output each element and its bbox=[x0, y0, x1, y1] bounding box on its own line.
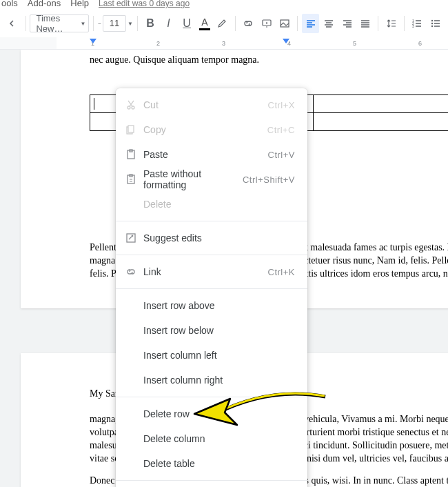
svg-point-8 bbox=[128, 106, 130, 109]
chevron-down-icon: ▼ bbox=[80, 21, 85, 27]
ctx-cut: Cut Ctrl+X bbox=[116, 92, 307, 117]
image-button[interactable] bbox=[276, 14, 294, 33]
paste-plain-icon bbox=[125, 174, 143, 185]
divider bbox=[116, 480, 307, 481]
body-text[interactable]: nec augue. Quisque aliquam tempor magna. bbox=[90, 54, 448, 67]
link-icon bbox=[125, 266, 143, 277]
ctx-suggest-edits[interactable]: Suggest edits bbox=[116, 226, 307, 250]
divider bbox=[116, 255, 307, 255]
ctx-delete: Delete bbox=[116, 192, 307, 217]
svg-point-9 bbox=[132, 106, 134, 109]
ctx-label: Insert column left bbox=[143, 350, 295, 361]
svg-text:3: 3 bbox=[412, 24, 414, 28]
font-select[interactable]: Times New… ▼ bbox=[30, 14, 89, 32]
cut-icon bbox=[125, 99, 143, 110]
align-right-button[interactable] bbox=[338, 14, 356, 33]
underline-button[interactable]: U bbox=[179, 14, 196, 33]
highlight-button[interactable] bbox=[214, 14, 231, 33]
comment-button[interactable] bbox=[258, 14, 275, 33]
ctx-label: Delete column bbox=[143, 433, 295, 444]
bold-button[interactable]: B bbox=[142, 14, 159, 33]
link-button[interactable] bbox=[240, 14, 257, 33]
ctx-label: Suggest edits bbox=[143, 232, 295, 244]
context-menu: Cut Ctrl+X Copy Ctrl+C Paste Ctrl+V Past… bbox=[116, 88, 307, 487]
ctx-label: Delete row bbox=[143, 408, 295, 419]
align-left-button[interactable] bbox=[302, 14, 319, 33]
ctx-label: Insert row below bbox=[143, 325, 295, 336]
line-spacing-button[interactable] bbox=[383, 14, 400, 33]
ctx-insert-col-right[interactable]: Insert column right bbox=[116, 368, 307, 392]
toolbar: Times New… ▼ − 11 ▼ B I U A 123 1 bbox=[0, 11, 448, 50]
ctx-shortcut: Ctrl+C bbox=[267, 125, 295, 135]
ctx-label: Insert row above bbox=[143, 300, 295, 311]
divider bbox=[116, 221, 307, 221]
ctx-shortcut: Ctrl+V bbox=[268, 150, 295, 160]
ctx-shortcut: Ctrl+K bbox=[268, 267, 295, 277]
ruler: 1 2 3 4 5 6 bbox=[0, 37, 448, 50]
ctx-link[interactable]: Link Ctrl+K bbox=[116, 259, 307, 284]
align-center-button[interactable] bbox=[320, 14, 338, 33]
divider bbox=[116, 397, 307, 397]
ctx-label: Insert column right bbox=[143, 375, 295, 386]
svg-point-7 bbox=[431, 26, 432, 27]
ctx-label: Link bbox=[143, 266, 268, 277]
svg-rect-1 bbox=[281, 20, 289, 27]
chevron-left-icon[interactable] bbox=[4, 14, 21, 33]
font-size-value[interactable]: 11 bbox=[103, 15, 126, 32]
suggest-icon bbox=[125, 232, 143, 244]
svg-point-6 bbox=[431, 23, 432, 24]
indent-marker-r[interactable] bbox=[283, 39, 289, 43]
ctx-delete-row[interactable]: Delete row bbox=[116, 401, 307, 426]
chevron-down-icon: ▼ bbox=[128, 21, 133, 27]
ctx-label: Delete table bbox=[143, 458, 295, 469]
numbered-list-button[interactable]: 123 bbox=[409, 14, 426, 33]
menu-tools[interactable]: ools bbox=[1, 0, 18, 7]
indent-marker[interactable] bbox=[90, 39, 96, 43]
ctx-label: Delete bbox=[143, 199, 295, 210]
minus-icon[interactable]: − bbox=[98, 21, 101, 27]
divider bbox=[116, 288, 307, 289]
ctx-delete-column[interactable]: Delete column bbox=[116, 426, 307, 451]
font-name: Times New… bbox=[36, 13, 76, 34]
menu-addons[interactable]: Add-ons bbox=[28, 0, 61, 7]
bullet-list-button[interactable] bbox=[427, 14, 444, 33]
ctx-shortcut: Ctrl+Shift+V bbox=[243, 175, 295, 185]
last-edit-link[interactable]: Last edit was 0 days ago bbox=[99, 0, 190, 7]
svg-rect-15 bbox=[127, 234, 135, 242]
svg-rect-10 bbox=[128, 126, 134, 132]
font-size[interactable]: − 11 ▼ bbox=[98, 14, 133, 32]
ctx-label: Cut bbox=[143, 99, 268, 110]
ctx-label: Paste bbox=[143, 149, 268, 160]
menubar: ools Add-ons Help Last edit was 0 days a… bbox=[0, 0, 448, 11]
ctx-label: Paste without formatting bbox=[143, 168, 243, 190]
paste-icon bbox=[125, 149, 143, 160]
copy-icon bbox=[125, 124, 143, 135]
ctx-insert-col-left[interactable]: Insert column left bbox=[116, 343, 307, 368]
align-justify-button[interactable] bbox=[357, 14, 374, 33]
italic-button[interactable]: I bbox=[160, 14, 177, 33]
table-cell[interactable] bbox=[313, 95, 448, 112]
ctx-paste-plain[interactable]: Paste without formatting Ctrl+Shift+V bbox=[116, 167, 307, 192]
ctx-copy: Copy Ctrl+C bbox=[116, 117, 307, 142]
text-color-button[interactable]: A bbox=[196, 14, 212, 32]
ctx-delete-table[interactable]: Delete table bbox=[116, 451, 307, 476]
ctx-insert-row-below[interactable]: Insert row below bbox=[116, 318, 307, 343]
svg-point-5 bbox=[431, 20, 432, 21]
ctx-paste[interactable]: Paste Ctrl+V bbox=[116, 142, 307, 167]
menu-help[interactable]: Help bbox=[70, 0, 89, 7]
ctx-insert-row-above[interactable]: Insert row above bbox=[116, 293, 307, 318]
table-cell[interactable] bbox=[313, 112, 448, 130]
ctx-label: Copy bbox=[143, 124, 267, 135]
ctx-shortcut: Ctrl+X bbox=[268, 100, 295, 110]
